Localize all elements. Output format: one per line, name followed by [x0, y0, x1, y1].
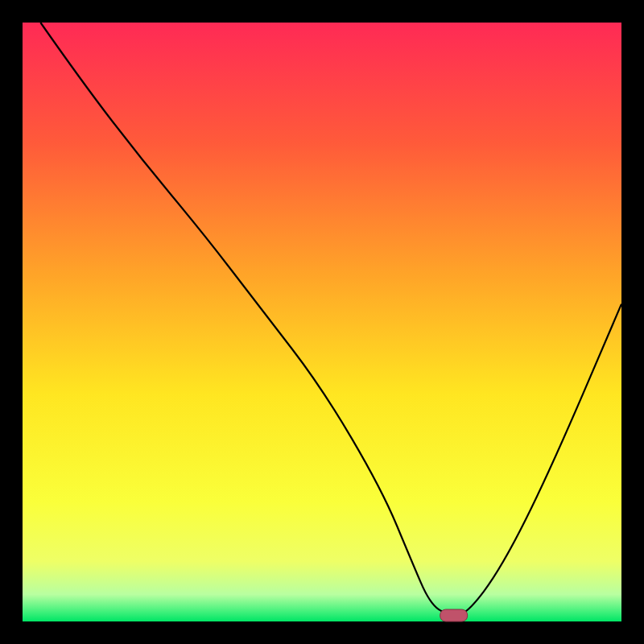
bottleneck-chart: TheBottleneck.com: [0, 0, 644, 644]
chart-svg: [0, 0, 644, 644]
chart-plot-area: [23, 23, 621, 621]
optimal-marker: [440, 609, 468, 621]
